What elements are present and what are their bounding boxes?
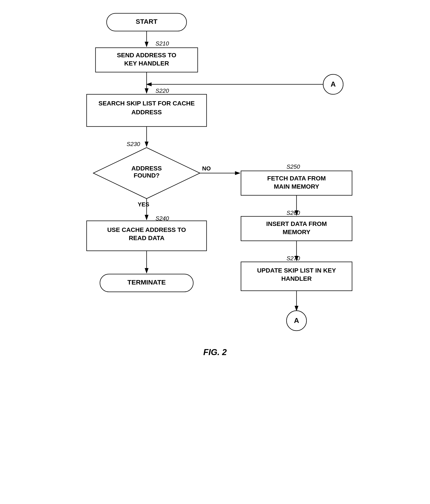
s250-text-line2: MAIN MEMORY <box>274 183 319 190</box>
s230-text-line2: FOUND? <box>134 172 160 179</box>
s240-text-line2: READ DATA <box>129 234 165 242</box>
s220-label: S220 <box>156 87 169 94</box>
connector-a-top: A <box>330 80 336 88</box>
s270-label: S270 <box>287 255 300 262</box>
s260-label: S260 <box>287 209 300 216</box>
s260-text-line1: INSERT DATA FROM <box>266 220 327 227</box>
s210-label: S210 <box>156 40 169 47</box>
s220-text-line1: SEARCH SKIP LIST FOR CACHE <box>98 100 195 107</box>
s230-label: S230 <box>127 141 140 147</box>
s240-text-line1: USE CACHE ADDRESS TO <box>107 226 186 233</box>
yes-label: YES <box>138 201 149 208</box>
terminate-label: TERMINATE <box>128 279 166 286</box>
s250-text-line1: FETCH DATA FROM <box>267 175 326 182</box>
s270-text-line1: UPDATE SKIP LIST IN KEY <box>257 267 336 274</box>
s260-text-line2: MEMORY <box>283 229 310 235</box>
s270-text-line2: HANDLER <box>281 275 312 282</box>
s250-label: S250 <box>287 163 300 170</box>
s220-text-line2: ADDRESS <box>131 109 162 116</box>
start-label: START <box>136 18 158 25</box>
s210-text-line2: KEY HANDLER <box>124 60 169 67</box>
no-label: NO <box>202 165 211 172</box>
s240-label: S240 <box>156 215 169 222</box>
flowchart-diagram: START S210 SEND ADDRESS TO KEY HANDLER A… <box>0 0 430 504</box>
figure-caption: FIG. 2 <box>203 348 227 357</box>
s230-text-line1: ADDRESS <box>131 165 162 172</box>
s210-text-line1: SEND ADDRESS TO <box>117 52 176 59</box>
connector-a-bottom: A <box>294 316 299 324</box>
